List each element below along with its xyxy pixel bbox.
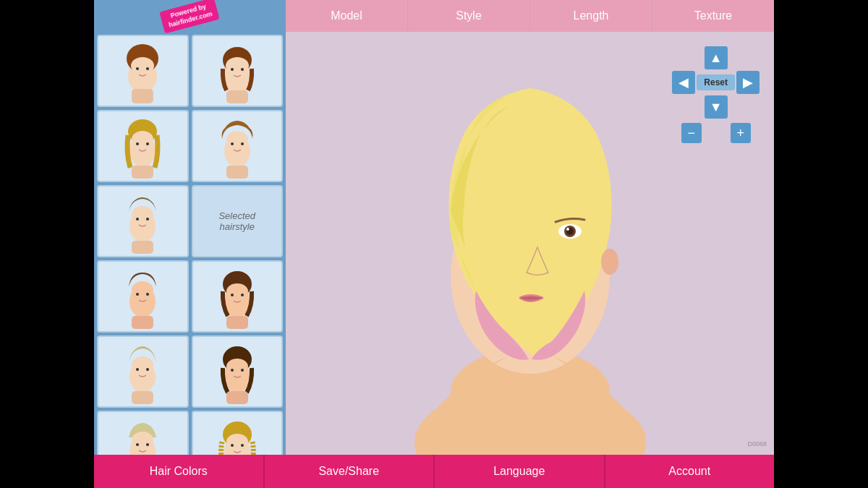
- hairstyle-selected-placeholder[interactable]: Selectedhairstyle: [192, 185, 284, 257]
- top-nav: Powered by hairfinder.com Model Style Le…: [94, 0, 774, 32]
- svg-rect-38: [226, 316, 248, 329]
- svg-point-51: [132, 432, 153, 449]
- svg-point-35: [226, 283, 248, 299]
- hairstyle-item-4[interactable]: [192, 110, 284, 182]
- hairstyle-item-6[interactable]: [97, 260, 189, 333]
- svg-point-42: [146, 368, 149, 371]
- svg-point-48: [241, 369, 244, 372]
- svg-point-80: [566, 228, 569, 231]
- nav-tabs: Model Style Length Texture: [286, 0, 774, 32]
- tab-model[interactable]: Model: [286, 0, 408, 32]
- svg-point-16: [146, 142, 149, 145]
- svg-point-15: [136, 142, 139, 145]
- svg-point-14: [132, 131, 153, 148]
- hairstyle-sidebar: Selectedhairstyle: [94, 32, 286, 455]
- svg-point-19: [226, 131, 248, 148]
- svg-point-30: [136, 293, 139, 296]
- bottom-bar: Hair Colors Save/Share Language Account: [94, 455, 774, 488]
- svg-point-40: [132, 356, 153, 374]
- svg-point-3: [136, 67, 139, 70]
- model-svg: [364, 32, 697, 455]
- svg-point-21: [241, 142, 244, 145]
- hairstyle-item-11[interactable]: [192, 411, 284, 455]
- svg-point-26: [146, 218, 149, 221]
- hairstyle-item-3[interactable]: [97, 110, 189, 182]
- account-button[interactable]: Account: [605, 455, 775, 488]
- svg-point-2: [131, 57, 154, 74]
- tab-style[interactable]: Style: [408, 0, 530, 32]
- svg-point-36: [231, 294, 234, 296]
- hairstyle-item-2[interactable]: [192, 35, 284, 107]
- svg-point-59: [241, 444, 244, 447]
- svg-point-25: [136, 218, 139, 221]
- svg-rect-49: [226, 391, 248, 404]
- svg-point-52: [136, 443, 139, 446]
- hair-colors-button[interactable]: Hair Colors: [94, 455, 265, 488]
- model-preview: [286, 32, 774, 455]
- svg-point-37: [241, 294, 244, 296]
- svg-point-10: [241, 68, 244, 71]
- svg-rect-17: [132, 166, 153, 179]
- svg-point-57: [226, 434, 248, 450]
- language-button[interactable]: Language: [435, 455, 605, 488]
- save-share-button[interactable]: Save/Share: [265, 455, 435, 488]
- svg-point-41: [136, 368, 139, 371]
- svg-point-24: [132, 206, 153, 223]
- svg-rect-11: [226, 90, 248, 103]
- hairstyle-item-10[interactable]: [97, 411, 189, 455]
- main-content: Selectedhairstyle: [94, 32, 774, 455]
- svg-point-81: [601, 249, 618, 275]
- tab-length[interactable]: Length: [530, 0, 652, 32]
- logo-badge: Powered by hairfinder.com: [160, 0, 220, 34]
- hairstyle-item-8[interactable]: [97, 335, 189, 408]
- svg-rect-27: [132, 241, 153, 254]
- hairstyle-item-7[interactable]: [192, 260, 284, 333]
- svg-point-4: [146, 67, 149, 70]
- svg-point-53: [146, 443, 149, 446]
- svg-point-47: [231, 369, 234, 372]
- svg-point-29: [132, 281, 153, 299]
- svg-rect-22: [226, 166, 248, 179]
- svg-point-31: [146, 293, 149, 296]
- svg-point-20: [231, 142, 234, 145]
- logo-area: Powered by hairfinder.com: [94, 0, 286, 32]
- svg-point-58: [231, 444, 234, 447]
- svg-rect-43: [132, 391, 153, 404]
- watermark: D0068: [747, 440, 767, 448]
- hairstyle-item-9[interactable]: [192, 335, 284, 408]
- preview-area: ▲ ◀ Reset ▶ ▼ − +: [286, 32, 774, 455]
- svg-rect-5: [132, 89, 153, 103]
- svg-point-9: [231, 68, 234, 71]
- svg-point-8: [226, 57, 249, 74]
- svg-point-46: [226, 359, 248, 374]
- selected-label: Selectedhairstyle: [218, 210, 255, 232]
- app-container: Powered by hairfinder.com Model Style Le…: [94, 0, 774, 488]
- hairstyle-item-1[interactable]: [97, 35, 189, 107]
- hairstyle-item-5[interactable]: [97, 185, 189, 257]
- tab-texture[interactable]: Texture: [652, 0, 774, 32]
- svg-rect-32: [132, 316, 153, 329]
